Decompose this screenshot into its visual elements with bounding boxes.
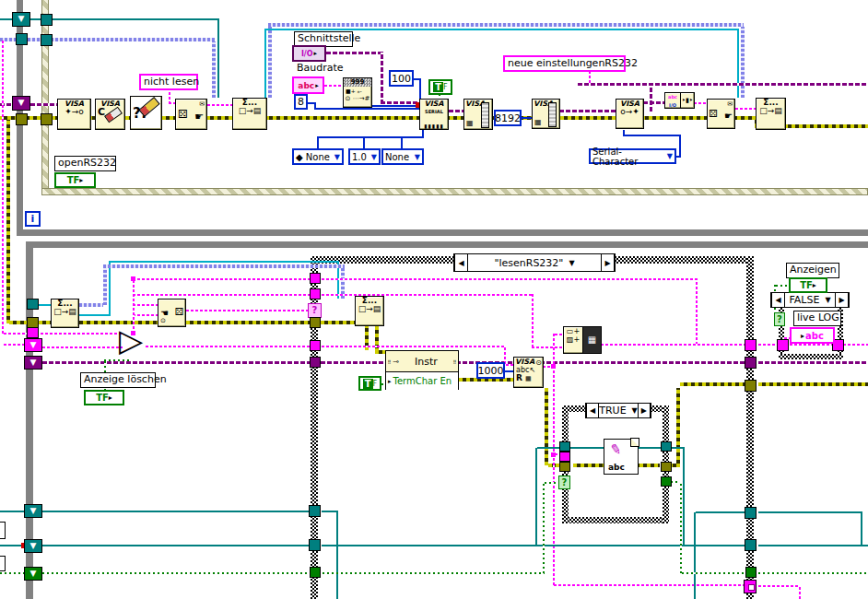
boolean-constant-true[interactable]: TF [428,79,452,95]
next-case-icon[interactable]: ▶ [835,293,849,307]
next-case-icon[interactable]: ▶ [601,254,615,271]
string-to-visa-resource-node[interactable]: abc I/O ‣▮‣ [664,92,695,109]
wire-numeric [372,105,419,107]
tunnel-teal [745,539,757,551]
visa-clear-node[interactable]: VISA C [95,99,125,130]
visa-configure-serial-node[interactable]: VISA SERIAL ▮▮▮▮▮ [419,99,449,130]
wire-string [133,294,311,296]
build-array-node-3[interactable]: Σ... □→▤ [51,299,79,328]
visa-read-node[interactable]: VISA ⊙ abc↖ R ▦ [513,357,544,388]
wire-error [6,120,10,323]
case-selector-terminal: ? [558,476,570,489]
case-selector-lesenRS232[interactable]: ◀ "lesenRS232"▼ ▶ [453,253,616,272]
array-symbol-icon: □→▤ [356,305,383,313]
enum-constant-none-1[interactable]: ◆ None▼ [292,148,344,165]
string-to-number-node[interactable]: 999 ■+ ⁎- ⊙ ⋯→# [343,77,372,108]
convert-arrow-icon: ‣▮‣ [681,93,694,108]
wire-visa-refnum [103,264,345,268]
string-control-baudrate[interactable]: abc ▸ [292,76,324,94]
build-array-node-2[interactable]: Σ... □→▤ [756,98,786,130]
wire-cyan [109,261,339,263]
chevron-down-icon[interactable]: ▼ [569,259,574,267]
boolean-terminal-anzeige-loeschen[interactable]: TF▸ [84,390,124,405]
hand-icon: ☛ [160,309,169,317]
chevron-down-icon[interactable]: ▼ [825,296,830,304]
write-characters-to-file-node[interactable]: ✎ abc [604,439,639,475]
wire-string [553,334,555,585]
enum-value: None [385,152,409,162]
shift-register-green [24,567,42,581]
wire-boolean [323,572,545,574]
shift-register-purple [24,356,42,370]
concatenate-strings-node[interactable]: ▭+ ▨+ ▦ [563,326,602,354]
wire-numeric [623,135,679,136]
next-case-icon[interactable]: ▶ [638,404,651,417]
instr-property-node[interactable]: ‼ ⊸ Instr ‼ ▸ TermChar En [385,350,459,390]
tunnel-error [661,462,672,472]
enum-constant-serial-character[interactable]: Serial-Character▼ [589,148,676,164]
string-constant-log[interactable]: ▸ abc [790,327,835,344]
boolean-terminal-openrs232[interactable]: TF▸ [54,172,96,188]
wire-teal [535,448,537,546]
visa-open-node-2[interactable]: VISA o→✦ [616,99,644,129]
wire-error [545,388,548,465]
clipped-terminal [0,522,6,539]
property-termchar[interactable]: TermChar En [393,376,452,386]
numeric-constant-8192[interactable]: 8192 [494,110,522,126]
tunnel-teal [661,441,672,452]
io-control-schnittstelle[interactable]: I/O ▸ [292,45,326,62]
boolean-constant-termchar[interactable]: TF [358,376,381,391]
numeric-constant-8[interactable]: 8 [294,94,308,110]
wire-teal [336,511,338,599]
wire-boolean [42,572,311,574]
build-array-node-4[interactable]: Σ... □→▤ [355,296,384,326]
visa-property-node-1[interactable]: VISA ▦ [463,99,493,130]
wire-string [207,104,232,106]
previous-case-icon[interactable]: ◀ [771,293,785,307]
chevron-down-icon: ▼ [667,152,673,160]
previous-case-icon[interactable]: ◀ [586,404,599,417]
unbundle-subvi[interactable]: ☛ ⚄ ⊙ [158,299,186,327]
numeric-constant-1000[interactable]: 1000 [476,362,505,379]
wire-visa-refnum [741,27,745,98]
wire-visa-refnum [103,266,107,305]
free-label-live-log: live LOG [793,311,841,326]
triangle-icon: ▸ [388,378,392,385]
read-arrow-icon: ↖ [529,366,535,374]
wire-junction [551,364,556,369]
wire-visa-resource [578,83,868,86]
shift-register-magenta [24,338,42,352]
triangle-icon: ▸ [79,176,83,184]
flush-buffer-subvi-2[interactable]: ✉ ⚄ ☛ [707,99,735,129]
wire-string [696,278,698,345]
true-case-bottom-border [562,517,669,523]
concat-output-icon: ▦ [583,327,601,353]
case-selector-false[interactable]: ◀ FALSE▼ ▶ [770,292,850,308]
wire-string [169,102,175,104]
wire-string [843,344,868,346]
boolean-terminal-anzeigen[interactable]: TF▸ [789,277,827,293]
wire-visa-resource [449,110,463,112]
enum-constant-stopbits[interactable]: 1.0▼ [348,148,381,165]
visa-open-node[interactable]: VISA ✦→o [57,99,91,130]
wire-string [532,294,534,347]
enum-constant-none-2[interactable]: None▼ [381,148,424,165]
visa-property-node-2[interactable]: VISA ▦ [532,99,560,129]
wire-numeric [419,78,421,100]
wire-junction [551,452,556,457]
array-symbol-icon: □→▤ [757,107,785,115]
wire-teal [696,511,745,513]
build-array-node[interactable]: Σ... □→▤ [232,98,267,130]
f-text: F [373,380,378,388]
select-function[interactable]: ▷ [119,323,150,359]
previous-case-icon[interactable]: ◀ [454,254,468,271]
wire-visa-resource [650,86,652,112]
flush-buffer-subvi[interactable]: ✉ ⚄ ☛ [175,99,207,130]
free-label-anzeigen: Anzeigen [786,263,839,278]
numeric-constant-100[interactable]: 100 [389,70,414,87]
wire-string [601,344,745,346]
simple-error-handler-node[interactable]: ?! [130,96,162,130]
page-fold [631,439,639,446]
case-selector-true[interactable]: ◀ TRUE▼ ▶ [585,403,651,418]
mail-icon: ✉ [199,100,205,109]
